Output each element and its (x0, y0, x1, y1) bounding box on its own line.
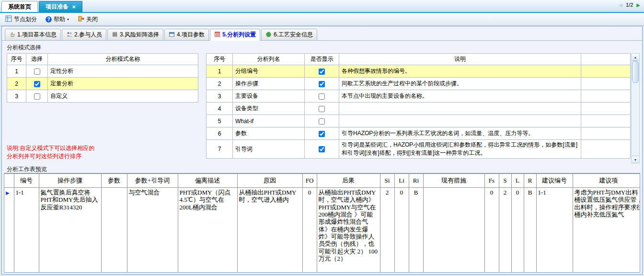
tab-label: 3.风险矩阵选择 (120, 31, 159, 39)
preview-cell: B (409, 188, 423, 273)
tab-project-basic-info[interactable]: 1.项目基本信息 (5, 29, 61, 41)
mode-select-checkbox[interactable] (34, 93, 40, 100)
mode-name: 定量分析 (48, 78, 198, 90)
mode-section-title: 分析模式选择 (7, 44, 41, 52)
tab-project-prep[interactable]: 项目准备 ✕ (39, 1, 82, 12)
preview-cell: 从桶抽出PHT或DMY时，空气进入桶内 (237, 188, 302, 273)
col-header: 分析模式名称 (48, 54, 198, 65)
column-show-checkbox[interactable] (319, 81, 325, 87)
analysis-column-row[interactable]: 2操作步骤间歇工艺系统的生产过程中的某个阶段或步骤。 (207, 78, 631, 90)
analysis-column-row[interactable]: 7引导词引导词是某些词汇，HAZOP小组用这些词汇和参数搭配，得出异常工况的情形… (207, 140, 631, 159)
preview-header-row: 编号操作步骤参数参数+引导词偏离描述原因FO后果SiLiRi现有措施FsSLR建… (4, 174, 640, 188)
column-show-checkbox[interactable] (319, 118, 325, 125)
tab-process-safety-info[interactable]: 6.工艺安全信息 (261, 29, 317, 41)
preview-col-header: 参数+引导词 (127, 174, 178, 188)
node-divide-button[interactable]: 节点划分 (2, 14, 40, 25)
column-show-checkbox[interactable] (319, 106, 325, 112)
dropdown-arrow-icon: ▾ (67, 17, 69, 22)
pager-next-icon[interactable]: ▶ (636, 2, 640, 8)
tab-system-home[interactable]: 系统首页 (1, 1, 38, 12)
analysis-column-row[interactable]: 3主要设备本节点中出现的主要设备的名称。 (207, 90, 631, 103)
preview-col-header: 操作步骤 (39, 174, 101, 188)
analysis-column-row[interactable]: 1分组编号各种假想事故情形的编号。 (207, 65, 631, 78)
preview-cell: 1-1 (536, 188, 573, 273)
column-show-checkbox[interactable] (319, 131, 325, 137)
column-show-cell (305, 90, 339, 103)
preview-cell: 与空气混合 (127, 188, 178, 273)
column-show-checkbox[interactable] (319, 93, 325, 100)
tab-risk-matrix[interactable]: 3.风险矩阵选择 (107, 29, 163, 41)
scroll-down-icon[interactable]: ▼ (632, 156, 639, 163)
note-line: 说明:自定义模式下可以选择相应的 (7, 144, 94, 152)
preview-cell: 0 (394, 188, 409, 273)
tab-project-params[interactable]: 4.项目参数 (164, 29, 209, 41)
preview-row[interactable]: ▶1-1氮气置换后真空将PHT和DMY先后抽入反应釜R314320与空气混合PH… (4, 188, 640, 273)
column-desc: 引导HAZOP分析的一系列表示工艺状况的名词，如流量、温度、压力等等。 (339, 127, 581, 140)
mode-select-checkbox[interactable] (34, 81, 40, 87)
preview-cell: PHT或DMY（闪点4.5℃）与空气在200L桶内混合 (178, 188, 237, 273)
column-row-no: 1 (207, 65, 233, 78)
scroll-up-icon[interactable]: ▲ (632, 54, 639, 61)
column-desc: 本节点中出现的主要设备的名称。 (339, 90, 581, 103)
mode-row[interactable]: 3自定义 (7, 90, 198, 103)
mode-select-cell (26, 65, 48, 78)
mode-row[interactable]: 1定性分析 (7, 65, 198, 78)
col-header: 序号 (207, 54, 233, 65)
preview-col-header: Fs (484, 174, 499, 188)
col-header-filler (581, 54, 631, 65)
column-desc: 引导词是某些词汇，HAZOP小组用这些词汇和参数搭配，得出异常工况的情形，如参数… (339, 140, 581, 159)
column-row-no: 5 (207, 115, 233, 127)
close-tab-icon[interactable]: ✕ (72, 4, 76, 10)
column-show-checkbox[interactable] (319, 69, 325, 75)
mode-name: 自定义 (48, 90, 198, 103)
column-name: 操作步骤 (233, 78, 305, 90)
row-indicator-header (4, 174, 14, 188)
analysis-column-row[interactable]: 4设备类型 (207, 103, 631, 115)
columns-table-scrollbar[interactable]: ▲ ▼ (631, 53, 640, 163)
preview-cell: 1-1 (14, 188, 39, 273)
scrollbar-thumb[interactable] (632, 61, 639, 83)
preview-col-header: Si (380, 174, 394, 188)
mode-select-cell (26, 78, 48, 90)
analysis-column-row[interactable]: 6参数引导HAZOP分析的一系列表示工艺状况的名词，如流量、温度、压力等等。 (207, 127, 631, 140)
preview-cell: B (524, 188, 536, 273)
preview-col-header: 后果 (317, 174, 380, 188)
column-name: 分组编号 (233, 65, 305, 78)
column-name: 主要设备 (233, 90, 305, 103)
preview-cell: 0 (511, 188, 524, 273)
tab-participants[interactable]: 2.参与人员 (62, 29, 106, 41)
mode-row-no: 1 (7, 65, 26, 78)
column-desc: 间歇工艺系统的生产过程中的某个阶段或步骤。 (339, 78, 581, 90)
pager-text: 1/2 (626, 2, 633, 8)
column-settings-icon (214, 31, 220, 39)
preview-cell: 0 (484, 188, 499, 273)
people-icon (66, 31, 72, 39)
preview-cell: 氮气置换后真空将PHT和DMY先后抽入反应釜R314320 (39, 188, 101, 273)
preview-col-header: R (524, 174, 536, 188)
preview-cell: 2 (380, 188, 394, 273)
help-button[interactable]: ? 帮助 ▾ (42, 14, 72, 25)
column-filler-cell (581, 65, 631, 78)
mode-select-checkbox[interactable] (34, 69, 40, 75)
help-label: 帮助 (54, 15, 65, 23)
close-button[interactable]: 关闭 (74, 14, 101, 25)
pager-prev-icon[interactable]: ◀ (619, 2, 622, 8)
tab-label: 4.项目参数 (177, 31, 205, 39)
preview-section-title: 分析工作表预览 (7, 165, 47, 173)
column-row-no: 4 (207, 103, 233, 115)
tab-analysis-columns[interactable]: 5.分析列设置 (210, 29, 260, 41)
preview-col-header: Li (394, 174, 409, 188)
preview-cell: 2 (499, 188, 511, 273)
mode-table: 序号 选择 分析模式名称 1定性分析2定量分析3自定义 (7, 53, 198, 103)
step-tab-strip: 1.项目基本信息 2.参与人员 3.风险矩阵选择 4.项目参数 5.分析列设置 (2, 26, 642, 41)
column-show-cell (305, 103, 339, 115)
preview-cell: 0 (302, 188, 317, 273)
tab-label: 6.工艺安全信息 (274, 31, 313, 39)
analysis-column-row[interactable]: 5What-if (207, 115, 631, 127)
columns-table-header-row: 序号 分析列名 是否显示 说明 (207, 54, 631, 65)
preview-cell (101, 188, 127, 273)
column-filler-cell (581, 115, 631, 127)
column-show-checkbox[interactable] (319, 146, 325, 152)
mode-row[interactable]: 2定量分析 (7, 78, 198, 90)
tab-label: 系统首页 (8, 3, 31, 11)
